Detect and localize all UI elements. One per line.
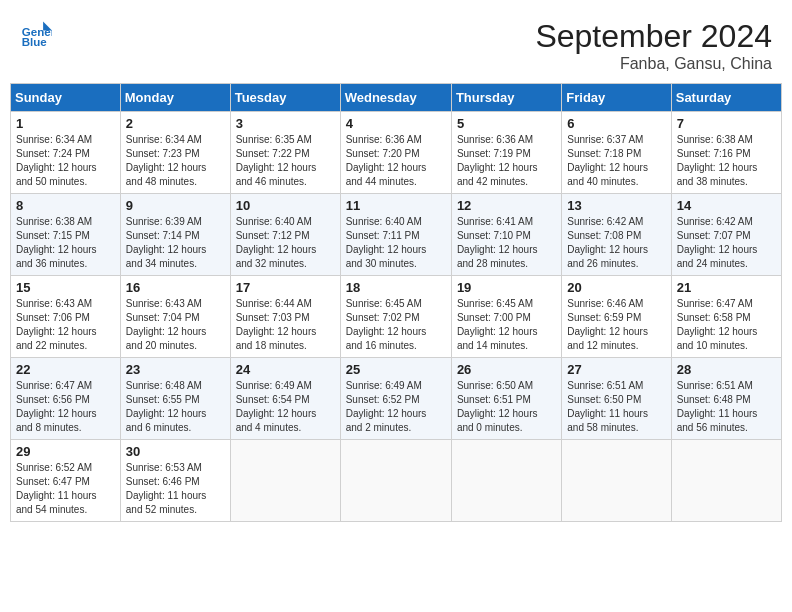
location: Fanba, Gansu, China [535,55,772,73]
weekday-header-tuesday: Tuesday [230,84,340,112]
day-number: 24 [236,362,335,377]
calendar-cell: 26Sunrise: 6:50 AM Sunset: 6:51 PM Dayli… [451,358,561,440]
calendar-cell: 5Sunrise: 6:36 AM Sunset: 7:19 PM Daylig… [451,112,561,194]
title-block: September 2024 Fanba, Gansu, China [535,18,772,73]
day-number: 28 [677,362,776,377]
day-info: Sunrise: 6:50 AM Sunset: 6:51 PM Dayligh… [457,379,556,435]
calendar-cell: 12Sunrise: 6:41 AM Sunset: 7:10 PM Dayli… [451,194,561,276]
day-info: Sunrise: 6:48 AM Sunset: 6:55 PM Dayligh… [126,379,225,435]
day-info: Sunrise: 6:51 AM Sunset: 6:48 PM Dayligh… [677,379,776,435]
calendar-cell: 10Sunrise: 6:40 AM Sunset: 7:12 PM Dayli… [230,194,340,276]
day-number: 27 [567,362,665,377]
day-info: Sunrise: 6:36 AM Sunset: 7:19 PM Dayligh… [457,133,556,189]
day-number: 3 [236,116,335,131]
weekday-header-sunday: Sunday [11,84,121,112]
calendar-cell: 15Sunrise: 6:43 AM Sunset: 7:06 PM Dayli… [11,276,121,358]
day-number: 12 [457,198,556,213]
calendar-cell: 17Sunrise: 6:44 AM Sunset: 7:03 PM Dayli… [230,276,340,358]
day-info: Sunrise: 6:46 AM Sunset: 6:59 PM Dayligh… [567,297,665,353]
day-number: 13 [567,198,665,213]
day-info: Sunrise: 6:36 AM Sunset: 7:20 PM Dayligh… [346,133,446,189]
day-info: Sunrise: 6:38 AM Sunset: 7:16 PM Dayligh… [677,133,776,189]
calendar-cell: 6Sunrise: 6:37 AM Sunset: 7:18 PM Daylig… [562,112,671,194]
calendar-cell: 4Sunrise: 6:36 AM Sunset: 7:20 PM Daylig… [340,112,451,194]
calendar-cell: 1Sunrise: 6:34 AM Sunset: 7:24 PM Daylig… [11,112,121,194]
day-info: Sunrise: 6:34 AM Sunset: 7:23 PM Dayligh… [126,133,225,189]
calendar-cell [562,440,671,522]
calendar-cell: 2Sunrise: 6:34 AM Sunset: 7:23 PM Daylig… [120,112,230,194]
day-info: Sunrise: 6:42 AM Sunset: 7:08 PM Dayligh… [567,215,665,271]
day-number: 17 [236,280,335,295]
day-number: 25 [346,362,446,377]
day-info: Sunrise: 6:42 AM Sunset: 7:07 PM Dayligh… [677,215,776,271]
day-number: 9 [126,198,225,213]
weekday-header-friday: Friday [562,84,671,112]
day-number: 7 [677,116,776,131]
svg-text:Blue: Blue [22,36,48,48]
day-number: 15 [16,280,115,295]
calendar-cell: 29Sunrise: 6:52 AM Sunset: 6:47 PM Dayli… [11,440,121,522]
day-info: Sunrise: 6:53 AM Sunset: 6:46 PM Dayligh… [126,461,225,517]
day-info: Sunrise: 6:51 AM Sunset: 6:50 PM Dayligh… [567,379,665,435]
month-title: September 2024 [535,18,772,55]
calendar-cell: 25Sunrise: 6:49 AM Sunset: 6:52 PM Dayli… [340,358,451,440]
day-number: 6 [567,116,665,131]
day-number: 30 [126,444,225,459]
day-number: 4 [346,116,446,131]
calendar-cell: 24Sunrise: 6:49 AM Sunset: 6:54 PM Dayli… [230,358,340,440]
logo: General Blue [20,18,52,50]
calendar-cell [671,440,781,522]
weekday-header-monday: Monday [120,84,230,112]
calendar-cell: 13Sunrise: 6:42 AM Sunset: 7:08 PM Dayli… [562,194,671,276]
calendar-cell: 18Sunrise: 6:45 AM Sunset: 7:02 PM Dayli… [340,276,451,358]
day-number: 21 [677,280,776,295]
day-info: Sunrise: 6:40 AM Sunset: 7:11 PM Dayligh… [346,215,446,271]
day-info: Sunrise: 6:47 AM Sunset: 6:58 PM Dayligh… [677,297,776,353]
calendar-cell: 3Sunrise: 6:35 AM Sunset: 7:22 PM Daylig… [230,112,340,194]
calendar-cell: 20Sunrise: 6:46 AM Sunset: 6:59 PM Dayli… [562,276,671,358]
calendar-cell: 11Sunrise: 6:40 AM Sunset: 7:11 PM Dayli… [340,194,451,276]
calendar-cell [230,440,340,522]
day-info: Sunrise: 6:41 AM Sunset: 7:10 PM Dayligh… [457,215,556,271]
day-info: Sunrise: 6:52 AM Sunset: 6:47 PM Dayligh… [16,461,115,517]
calendar-cell: 14Sunrise: 6:42 AM Sunset: 7:07 PM Dayli… [671,194,781,276]
day-info: Sunrise: 6:47 AM Sunset: 6:56 PM Dayligh… [16,379,115,435]
day-info: Sunrise: 6:43 AM Sunset: 7:04 PM Dayligh… [126,297,225,353]
weekday-header-wednesday: Wednesday [340,84,451,112]
calendar-cell: 8Sunrise: 6:38 AM Sunset: 7:15 PM Daylig… [11,194,121,276]
calendar-cell: 19Sunrise: 6:45 AM Sunset: 7:00 PM Dayli… [451,276,561,358]
day-info: Sunrise: 6:49 AM Sunset: 6:52 PM Dayligh… [346,379,446,435]
calendar-cell: 23Sunrise: 6:48 AM Sunset: 6:55 PM Dayli… [120,358,230,440]
day-number: 22 [16,362,115,377]
day-info: Sunrise: 6:37 AM Sunset: 7:18 PM Dayligh… [567,133,665,189]
calendar-cell: 28Sunrise: 6:51 AM Sunset: 6:48 PM Dayli… [671,358,781,440]
day-number: 20 [567,280,665,295]
day-number: 26 [457,362,556,377]
calendar-table: SundayMondayTuesdayWednesdayThursdayFrid… [10,83,782,522]
day-info: Sunrise: 6:40 AM Sunset: 7:12 PM Dayligh… [236,215,335,271]
calendar-cell: 22Sunrise: 6:47 AM Sunset: 6:56 PM Dayli… [11,358,121,440]
day-info: Sunrise: 6:45 AM Sunset: 7:00 PM Dayligh… [457,297,556,353]
day-info: Sunrise: 6:35 AM Sunset: 7:22 PM Dayligh… [236,133,335,189]
day-info: Sunrise: 6:49 AM Sunset: 6:54 PM Dayligh… [236,379,335,435]
day-number: 8 [16,198,115,213]
day-number: 16 [126,280,225,295]
day-info: Sunrise: 6:44 AM Sunset: 7:03 PM Dayligh… [236,297,335,353]
weekday-header-thursday: Thursday [451,84,561,112]
logo-icon: General Blue [20,18,52,50]
day-number: 5 [457,116,556,131]
day-number: 18 [346,280,446,295]
day-info: Sunrise: 6:34 AM Sunset: 7:24 PM Dayligh… [16,133,115,189]
day-number: 11 [346,198,446,213]
day-info: Sunrise: 6:39 AM Sunset: 7:14 PM Dayligh… [126,215,225,271]
weekday-header-saturday: Saturday [671,84,781,112]
day-number: 19 [457,280,556,295]
calendar-cell: 21Sunrise: 6:47 AM Sunset: 6:58 PM Dayli… [671,276,781,358]
calendar-cell: 27Sunrise: 6:51 AM Sunset: 6:50 PM Dayli… [562,358,671,440]
day-number: 10 [236,198,335,213]
day-info: Sunrise: 6:43 AM Sunset: 7:06 PM Dayligh… [16,297,115,353]
calendar-cell: 9Sunrise: 6:39 AM Sunset: 7:14 PM Daylig… [120,194,230,276]
calendar-cell [451,440,561,522]
day-info: Sunrise: 6:45 AM Sunset: 7:02 PM Dayligh… [346,297,446,353]
calendar-cell: 7Sunrise: 6:38 AM Sunset: 7:16 PM Daylig… [671,112,781,194]
